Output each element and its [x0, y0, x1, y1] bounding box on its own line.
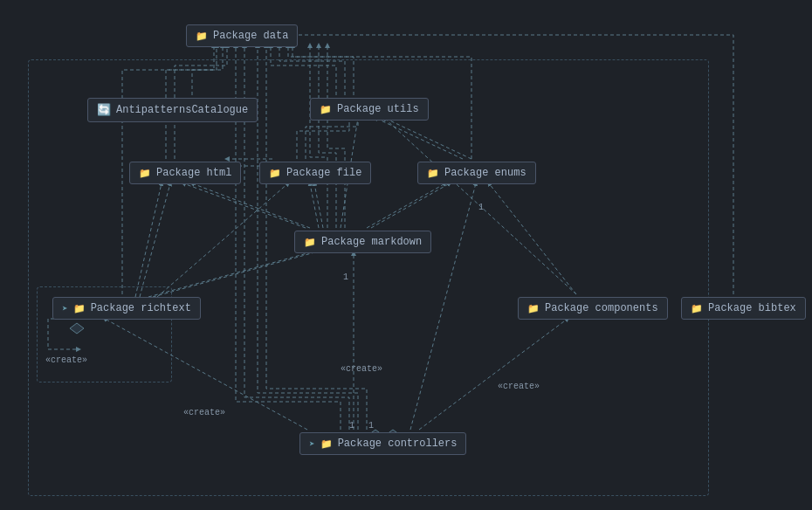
outer-border-box: [28, 59, 709, 496]
node-package-controllers: ➤ 📁 Package controllers: [299, 432, 466, 455]
arrow-icon: ➤: [62, 303, 68, 314]
node-package-enums: 📁 Package enums: [417, 162, 536, 184]
special-icon: 🔄: [97, 103, 111, 117]
node-label: Package enums: [444, 167, 526, 179]
folder-icon: 📁: [304, 237, 316, 248]
folder-icon: 📁: [269, 168, 281, 179]
node-label: Package file: [286, 167, 361, 179]
node-package-data: 📁 Package data: [186, 24, 298, 47]
node-label: AntipatternsСatalogue: [116, 104, 248, 116]
node-package-bibtex: 📁 Package bibtex: [681, 297, 806, 320]
node-antipatterns: 🔄 AntipatternsСatalogue: [87, 98, 258, 122]
node-label: Package bibtex: [708, 302, 796, 314]
diagram-container: «create» «create» «create» «create» 1 1 …: [0, 0, 812, 510]
node-package-file: 📁 Package file: [259, 162, 371, 184]
node-package-html: 📁 Package html: [129, 162, 241, 184]
node-package-components: 📁 Package components: [518, 297, 668, 320]
folder-icon: 📁: [427, 168, 439, 179]
folder-icon: 📁: [73, 303, 86, 314]
folder-icon: 📁: [320, 438, 333, 450]
node-label: Package html: [156, 167, 231, 179]
node-label: Package controllers: [338, 438, 458, 450]
node-package-utils: 📁 Package utils: [310, 98, 429, 121]
folder-icon: 📁: [320, 104, 332, 115]
node-label: Package data: [213, 30, 288, 42]
node-package-richtext: ➤ 📁 Package richtext: [52, 297, 201, 320]
node-label: Package markdown: [321, 236, 422, 248]
folder-icon: 📁: [196, 31, 208, 42]
arrow-icon-2: ➤: [309, 438, 315, 450]
node-label: Package richtext: [91, 302, 191, 314]
folder-icon: 📁: [139, 168, 151, 179]
folder-icon: 📁: [527, 303, 540, 314]
node-label: Package components: [545, 302, 658, 314]
node-label: Package utils: [337, 103, 419, 115]
node-package-markdown: 📁 Package markdown: [294, 231, 431, 253]
folder-icon: 📁: [691, 303, 703, 314]
